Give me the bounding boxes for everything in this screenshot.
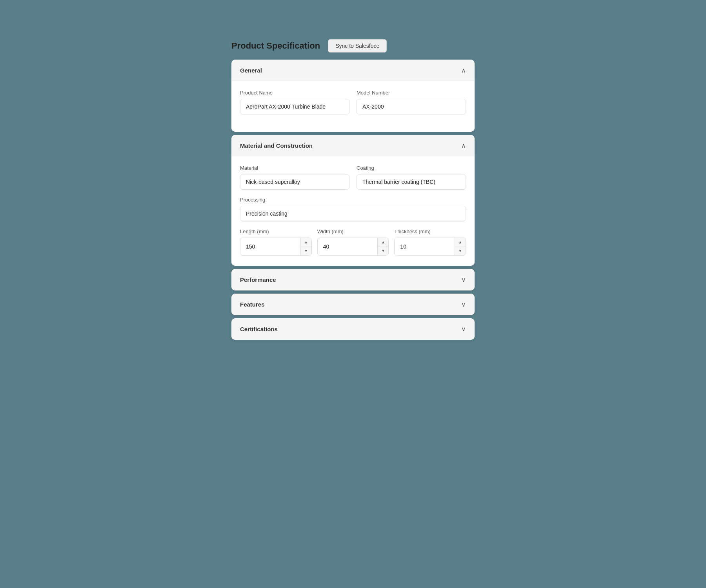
thickness-label: Thickness (mm)	[394, 229, 466, 234]
material-group: Material	[240, 165, 349, 190]
thickness-spinner: ▲ ▼	[394, 238, 466, 256]
performance-section: Performance ∨	[231, 269, 475, 290]
performance-section-header[interactable]: Performance ∨	[231, 269, 475, 290]
material-input[interactable]	[240, 174, 349, 190]
material-section: Material and Construction ∧ Material Coa…	[231, 135, 475, 266]
length-increment-button[interactable]: ▲	[301, 238, 311, 247]
coating-input[interactable]	[357, 174, 466, 190]
length-spinner-buttons: ▲ ▼	[300, 238, 311, 255]
model-number-label: Model Number	[357, 90, 466, 96]
page-title: Product Specification	[231, 41, 320, 51]
processing-group: Processing	[240, 197, 466, 221]
width-group: Width (mm) ▲ ▼	[317, 229, 389, 256]
general-section-body: Product Name Model Number	[231, 81, 475, 132]
length-decrement-button[interactable]: ▼	[301, 247, 311, 256]
sync-button[interactable]: Sync to Salesfoce	[328, 39, 387, 53]
page-container: Product Specification Sync to Salesfoce …	[231, 39, 475, 343]
model-number-group: Model Number	[357, 90, 466, 114]
product-name-group: Product Name	[240, 90, 349, 114]
thickness-spinner-buttons: ▲ ▼	[455, 238, 466, 255]
width-spinner-buttons: ▲ ▼	[377, 238, 388, 255]
certifications-section-header[interactable]: Certifications ∨	[231, 318, 475, 340]
general-form-row: Product Name Model Number	[240, 90, 466, 114]
product-name-label: Product Name	[240, 90, 349, 96]
width-input[interactable]	[318, 239, 378, 254]
material-coating-row: Material Coating	[240, 165, 466, 190]
dimensions-row: Length (mm) ▲ ▼ Width (mm)	[240, 229, 466, 256]
processing-input[interactable]	[240, 206, 466, 221]
length-input[interactable]	[240, 239, 300, 254]
length-group: Length (mm) ▲ ▼	[240, 229, 312, 256]
certifications-section: Certifications ∨	[231, 318, 475, 340]
material-label: Material	[240, 165, 349, 171]
material-section-title: Material and Construction	[240, 142, 313, 149]
thickness-group: Thickness (mm) ▲ ▼	[394, 229, 466, 256]
page-header: Product Specification Sync to Salesfoce	[231, 39, 475, 53]
thickness-decrement-button[interactable]: ▼	[455, 247, 466, 256]
width-decrement-button[interactable]: ▼	[378, 247, 388, 256]
coating-label: Coating	[357, 165, 466, 171]
general-section-title: General	[240, 67, 262, 74]
length-spinner: ▲ ▼	[240, 238, 312, 256]
model-number-input[interactable]	[357, 99, 466, 114]
material-chevron-icon: ∧	[461, 142, 466, 149]
width-label: Width (mm)	[317, 229, 389, 234]
processing-label: Processing	[240, 197, 466, 203]
performance-chevron-icon: ∨	[461, 276, 466, 283]
general-section: General ∧ Product Name Model Number	[231, 60, 475, 132]
width-increment-button[interactable]: ▲	[378, 238, 388, 247]
features-section: Features ∨	[231, 294, 475, 315]
processing-row: Processing	[240, 197, 466, 221]
width-spinner: ▲ ▼	[317, 238, 389, 256]
coating-group: Coating	[357, 165, 466, 190]
product-name-input[interactable]	[240, 99, 349, 114]
certifications-section-title: Certifications	[240, 326, 278, 332]
features-chevron-icon: ∨	[461, 301, 466, 308]
performance-section-title: Performance	[240, 276, 276, 283]
thickness-input[interactable]	[395, 239, 455, 254]
thickness-increment-button[interactable]: ▲	[455, 238, 466, 247]
certifications-chevron-icon: ∨	[461, 325, 466, 333]
material-section-header[interactable]: Material and Construction ∧	[231, 135, 475, 156]
general-chevron-icon: ∧	[461, 67, 466, 74]
general-section-header[interactable]: General ∧	[231, 60, 475, 81]
features-section-title: Features	[240, 301, 265, 308]
length-label: Length (mm)	[240, 229, 312, 234]
features-section-header[interactable]: Features ∨	[231, 294, 475, 315]
material-section-body: Material Coating Processing Le	[231, 156, 475, 266]
